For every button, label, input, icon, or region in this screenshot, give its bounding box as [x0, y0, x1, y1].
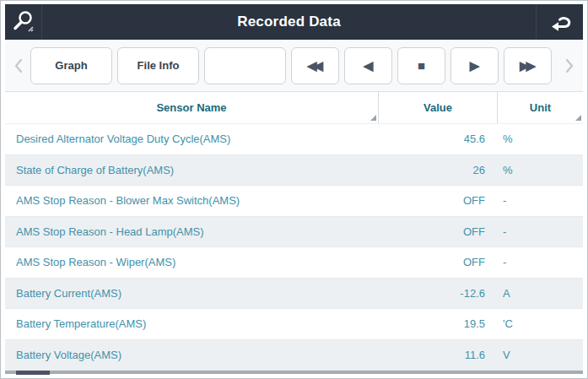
fast-forward-button[interactable]: ▶▶	[504, 47, 552, 84]
fast-forward-icon: ▶▶	[520, 58, 536, 73]
sensor-name: Battery Temperature(AMS)	[5, 317, 378, 330]
sensor-name: Battery Voltage(AMS)	[5, 349, 378, 361]
step-back-button[interactable]: ◀	[344, 47, 392, 84]
toolbar: Graph File Info ◀◀ ◀ ■ ▶ ▶▶	[5, 40, 583, 92]
empty-button[interactable]	[204, 47, 286, 84]
title-bar: Recorded Data	[5, 4, 583, 40]
return-arrow-icon	[548, 12, 572, 32]
column-header-sensor-name[interactable]: Sensor Name	[5, 92, 378, 123]
column-resize-grip[interactable]	[370, 115, 376, 121]
toolbar-scroll-left-button[interactable]	[12, 55, 25, 77]
table-header: Sensor Name Value Unit	[5, 92, 583, 124]
sensor-table: Sensor Name Value Unit Desired Alternato…	[5, 92, 583, 371]
search-icon	[10, 8, 37, 35]
sensor-unit: -	[497, 225, 583, 238]
sensor-unit: -	[497, 194, 583, 207]
sensor-unit: A	[497, 287, 583, 300]
table-body: Desired Alternator Voltage Duty Cycle(AM…	[5, 124, 583, 371]
sensor-name: AMS Stop Reason - Wiper(AMS)	[5, 256, 378, 268]
table-row[interactable]: AMS Stop Reason - Head Lamp(AMS) OFF -	[5, 217, 583, 248]
graph-button[interactable]: Graph	[30, 47, 112, 84]
recorded-data-window: Recorded Data Graph File Info	[0, 0, 588, 379]
sensor-value: OFF	[378, 194, 497, 207]
step-back-icon: ◀	[364, 58, 374, 73]
sensor-value: OFF	[378, 225, 497, 238]
play-button[interactable]: ▶	[450, 47, 499, 84]
page-title: Recorded Data	[42, 4, 536, 40]
sensor-unit: 'C	[497, 317, 583, 330]
table-row[interactable]: AMS Stop Reason - Blower Max Switch(AMS)…	[5, 186, 583, 217]
sensor-name: AMS Stop Reason - Blower Max Switch(AMS)	[5, 194, 378, 207]
return-button[interactable]	[536, 4, 583, 40]
unit-header-label: Unit	[530, 101, 551, 114]
sensor-name: AMS Stop Reason - Head Lamp(AMS)	[5, 225, 378, 238]
search-button[interactable]	[5, 4, 42, 40]
sensor-value: 45.6	[378, 133, 497, 145]
table-row[interactable]: State of Charge of Battery(AMS) 26 %	[5, 155, 583, 187]
file-info-button[interactable]: File Info	[117, 47, 199, 84]
sensor-name: Battery Current(AMS)	[5, 287, 378, 300]
stop-icon: ■	[418, 58, 425, 73]
column-header-unit[interactable]: Unit	[497, 92, 583, 123]
sensor-unit: %	[497, 164, 583, 176]
file-info-button-label: File Info	[138, 59, 180, 72]
rewind-button[interactable]: ◀◀	[291, 47, 339, 84]
table-row[interactable]: Battery Current(AMS) -12.6 A	[5, 279, 583, 310]
sensor-value: -12.6	[378, 287, 497, 300]
rewind-icon: ◀◀	[307, 58, 323, 73]
sensor-name: Desired Alternator Voltage Duty Cycle(AM…	[5, 133, 378, 145]
table-row[interactable]: Battery Voltage(AMS) 11.6 V	[5, 340, 583, 371]
sensor-value: 19.5	[378, 317, 497, 330]
sensor-value: OFF	[378, 256, 497, 268]
table-row[interactable]: AMS Stop Reason - Wiper(AMS) OFF -	[5, 247, 583, 279]
play-icon: ▶	[470, 58, 480, 73]
sensor-name-header-label: Sensor Name	[156, 101, 226, 114]
sensor-value: 26	[378, 164, 497, 176]
table-bottom-edge	[5, 371, 583, 374]
scroll-indicator-fragment[interactable]	[16, 371, 50, 375]
table-row[interactable]: Battery Temperature(AMS) 19.5 'C	[5, 309, 583, 340]
table-row[interactable]: Desired Alternator Voltage Duty Cycle(AM…	[5, 124, 583, 155]
column-resize-grip[interactable]	[575, 115, 581, 121]
sensor-unit: V	[497, 349, 583, 361]
chevron-right-icon	[564, 57, 575, 74]
value-header-label: Value	[423, 101, 452, 114]
sensor-value: 11.6	[378, 349, 497, 361]
toolbar-scroll-right-button[interactable]	[563, 55, 576, 77]
stop-button[interactable]: ■	[397, 47, 445, 84]
sensor-unit: -	[497, 256, 583, 268]
chevron-left-icon	[13, 57, 24, 74]
sensor-name: State of Charge of Battery(AMS)	[5, 164, 378, 176]
sensor-unit: %	[497, 133, 583, 145]
column-header-value[interactable]: Value	[378, 92, 497, 123]
graph-button-label: Graph	[55, 59, 87, 72]
